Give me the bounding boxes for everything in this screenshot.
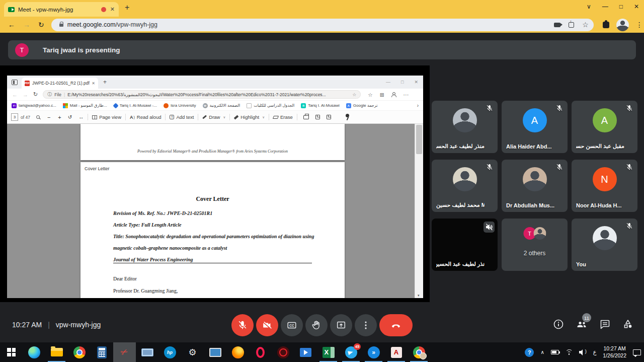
pin-toolbar-icon[interactable] [344, 114, 350, 120]
tab-search-icon[interactable]: ∨ [587, 3, 591, 10]
taskbar-snipping-tool[interactable]: ✂ [113, 342, 136, 362]
extensions-icon[interactable] [603, 22, 609, 28]
favorites-icon[interactable]: ☆ [368, 92, 372, 98]
read-aloud-button[interactable]: A)Read aloud [130, 114, 161, 120]
chat-button[interactable] [599, 318, 611, 330]
bookmark-item[interactable]: الجدول الدراسي للكليات [247, 103, 294, 108]
bookmarks-overflow-icon[interactable]: › [417, 103, 419, 108]
page-view-button[interactable]: Page view [92, 114, 121, 120]
present-button[interactable] [330, 314, 352, 336]
taskbar-photo-viewer[interactable] [204, 342, 226, 362]
rotate-icon[interactable]: ↺ [68, 114, 72, 120]
taskbar-media-app[interactable] [294, 342, 317, 362]
pdf-search-icon[interactable] [36, 115, 40, 119]
edge-address-bar[interactable]: ⓘ File | E:/My%20researches/20%63/البحوث… [43, 90, 361, 99]
help-icon[interactable]: ? [525, 348, 534, 357]
taskbar-file-explorer[interactable] [45, 342, 68, 362]
edge-back-icon[interactable]: ← [12, 92, 18, 98]
taskbar-chrome-profile[interactable] [408, 342, 430, 362]
save-as-icon[interactable] [327, 115, 331, 119]
page-number-input[interactable]: 3 [11, 113, 18, 121]
battery-icon[interactable] [551, 350, 559, 354]
camera-off-button[interactable] [256, 314, 278, 336]
participant-tile[interactable]: You [572, 219, 637, 271]
bookmark-item[interactable]: Isra University [164, 103, 196, 108]
info-icon[interactable]: ⓘ [47, 91, 52, 98]
print-icon[interactable] [303, 115, 309, 119]
chevron-down-icon[interactable]: ∨ [262, 115, 265, 119]
participant-tile[interactable]: Dr Abdullah Mus... [502, 160, 568, 212]
forward-button[interactable]: → [23, 21, 30, 29]
reload-button[interactable]: ↻ [38, 21, 44, 29]
highlight-button[interactable]: Highlight∨ [234, 114, 265, 120]
camera-permission-icon[interactable] [554, 23, 560, 27]
participant-tile[interactable]: منذر لطيف عبد الحسين ... [432, 101, 498, 153]
add-text-button[interactable]: TAdd text [170, 114, 194, 120]
edge-minimize-button[interactable]: — [386, 80, 390, 85]
close-button[interactable]: ✕ [634, 3, 639, 10]
maximize-button[interactable]: □ [619, 3, 623, 10]
taskbar-firefox[interactable] [226, 342, 249, 362]
taskbar-shareit[interactable]: » [362, 342, 385, 362]
collections-icon[interactable]: ⊞ [380, 92, 384, 98]
action-center-icon[interactable] [633, 349, 641, 355]
more-options-button[interactable] [355, 314, 377, 336]
edge-tab-pdf[interactable]: PDF JWPE-D-21-02501_R2 (1).pdf ✕ [22, 78, 98, 89]
tab-close-icon[interactable]: ✕ [110, 6, 115, 13]
edge-close-button[interactable]: ✕ [414, 80, 418, 85]
taskbar-edge[interactable] [23, 342, 45, 362]
participant-tile[interactable]: محمد لطيف حسين Mo... [432, 160, 498, 212]
bookmark-item[interactable]: RTariq I. Al-Musawi [301, 103, 340, 108]
bookmark-item[interactable]: AGoogle ترجمة [346, 103, 378, 108]
scrollbar-thumb[interactable] [416, 125, 422, 154]
pdf-viewport[interactable]: Powered by Editorial Manager® and ProduX… [7, 124, 423, 298]
participant-tile[interactable]: NNoor Al-Huda H... [572, 160, 637, 212]
bookmark-item[interactable]: Mail - طارق الموسو... [63, 103, 107, 108]
taskbar-excel[interactable]: X [317, 342, 340, 362]
scrollbar-down-icon[interactable]: ▾ [418, 294, 420, 298]
erase-button[interactable]: Erase [273, 114, 293, 120]
taskbar-settings[interactable]: ⚙ [181, 342, 204, 362]
mic-off-button[interactable] [231, 314, 254, 336]
taskbar-calculator[interactable] [91, 342, 113, 362]
edge-reload-icon[interactable]: ↻ [33, 91, 38, 98]
language-indicator[interactable]: ع [593, 349, 597, 355]
participant-tile[interactable]: T2 others [502, 219, 568, 271]
new-tab-button[interactable]: + [125, 3, 129, 12]
favorite-this-icon[interactable]: ☆ [352, 92, 356, 97]
end-call-button[interactable] [379, 314, 413, 336]
pdf-scrollbar[interactable]: ▾ [415, 124, 423, 298]
browser-menu-icon[interactable]: ⋮ [636, 21, 643, 29]
edge-forward-icon[interactable]: → [23, 92, 28, 98]
wifi-icon[interactable] [566, 349, 573, 355]
bookmark-item[interactable]: Tariq I. Al-Musawi -... [114, 103, 157, 108]
taskbar-telegram[interactable]: 45 [340, 342, 362, 362]
tray-chevron-icon[interactable]: ∧ [540, 349, 544, 355]
start-button[interactable] [0, 342, 23, 362]
zoom-in-button[interactable]: + [58, 114, 61, 120]
bookmark-item[interactable]: Y!tariqjwad@yahoo.c... [12, 103, 56, 108]
taskbar-monitor-app[interactable] [136, 342, 158, 362]
edge-tab-close-icon[interactable]: ✕ [92, 81, 95, 86]
draw-button[interactable]: Draw∨ [202, 114, 225, 120]
participants-button[interactable]: 11 [576, 318, 588, 330]
edge-profile-icon[interactable] [391, 92, 396, 97]
volume-icon[interactable]: ) [579, 349, 587, 355]
edge-menu-icon[interactable]: ⋯ [403, 92, 409, 98]
participant-tile[interactable]: نذر لطيف عبد الحسين ... [432, 219, 498, 271]
address-bar[interactable]: meet.google.com/vpw-mwyh-jgg ☆ [51, 19, 594, 31]
bookmark-star-icon[interactable]: ☆ [582, 21, 589, 28]
activities-button[interactable] [622, 318, 634, 330]
taskbar-autocad[interactable]: A [385, 342, 408, 362]
taskbar-game-center[interactable] [272, 342, 294, 362]
minimize-button[interactable]: — [602, 3, 608, 10]
participant-tile[interactable]: Aمقبل عبد الحسن حسين ... [572, 101, 637, 153]
share-icon[interactable] [569, 22, 574, 28]
chevron-down-icon[interactable]: ∨ [223, 115, 225, 119]
participant-tile[interactable]: AAlia Haider Abd... [502, 101, 568, 153]
bookmark-item[interactable]: Wالصفحة الالكترونية [203, 103, 240, 108]
captions-button[interactable]: CC [281, 314, 303, 336]
taskbar-hp-support[interactable]: hp [158, 342, 181, 362]
raise-hand-button[interactable] [305, 314, 328, 336]
edge-maximize-button[interactable]: □ [401, 80, 404, 85]
